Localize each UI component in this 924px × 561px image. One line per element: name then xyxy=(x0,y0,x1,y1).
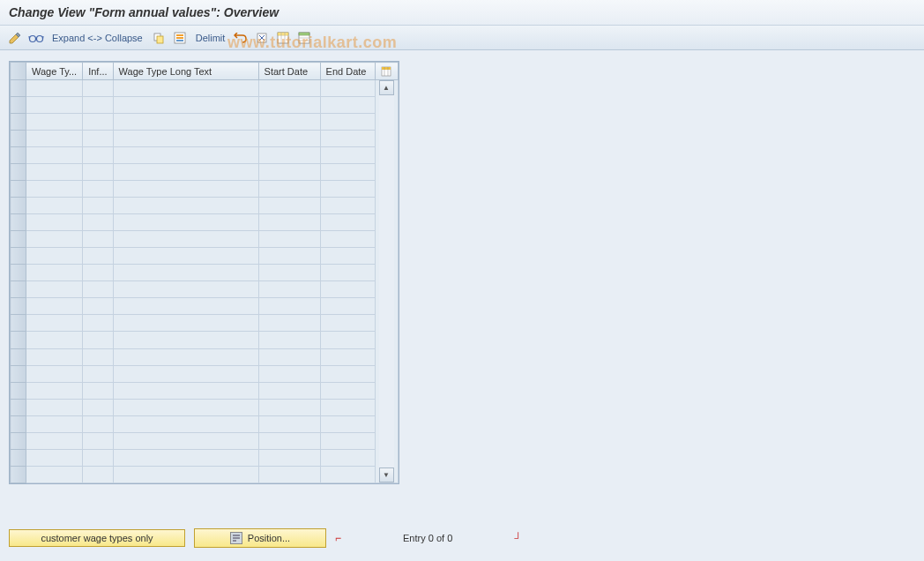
row-selector[interactable] xyxy=(11,198,26,214)
cell[interactable] xyxy=(258,315,320,332)
cell[interactable] xyxy=(320,198,375,214)
glasses-icon[interactable] xyxy=(28,30,44,46)
cell[interactable] xyxy=(26,248,83,265)
cell[interactable] xyxy=(113,248,258,265)
cell[interactable] xyxy=(83,466,113,482)
cell[interactable] xyxy=(320,365,375,382)
row-selector[interactable] xyxy=(11,315,26,332)
row-selector[interactable] xyxy=(11,80,26,97)
cell[interactable] xyxy=(113,432,258,449)
select-all-header[interactable] xyxy=(11,63,26,80)
copy-icon[interactable] xyxy=(151,30,167,46)
cell[interactable] xyxy=(83,181,113,198)
row-selector[interactable] xyxy=(11,181,26,198)
cell[interactable] xyxy=(258,265,320,281)
cell[interactable] xyxy=(26,164,83,181)
row-selector[interactable] xyxy=(11,298,26,315)
cell[interactable] xyxy=(26,114,83,131)
cell[interactable] xyxy=(83,131,113,147)
row-selector[interactable] xyxy=(11,281,26,298)
cell[interactable] xyxy=(320,214,375,231)
cell[interactable] xyxy=(113,80,258,97)
col-header-inf[interactable]: Inf... xyxy=(83,63,113,80)
row-selector[interactable] xyxy=(11,164,26,181)
cell[interactable] xyxy=(26,432,83,449)
cell[interactable] xyxy=(320,147,375,164)
cell[interactable] xyxy=(113,281,258,298)
cell[interactable] xyxy=(26,315,83,332)
vertical-scrollbar[interactable]: ▲ ▼ xyxy=(375,80,398,483)
cell[interactable] xyxy=(26,348,83,365)
cell[interactable] xyxy=(113,315,258,332)
cell[interactable] xyxy=(83,281,113,298)
cell[interactable] xyxy=(113,198,258,214)
cell[interactable] xyxy=(258,164,320,181)
cell[interactable] xyxy=(113,164,258,181)
cell[interactable] xyxy=(320,332,375,348)
cell[interactable] xyxy=(26,449,83,466)
cell[interactable] xyxy=(26,214,83,231)
cell[interactable] xyxy=(26,466,83,482)
cell[interactable] xyxy=(83,97,113,114)
row-selector[interactable] xyxy=(11,432,26,449)
expand-collapse-button[interactable]: Expand <-> Collapse xyxy=(49,33,145,43)
cell[interactable] xyxy=(258,198,320,214)
cell[interactable] xyxy=(258,332,320,348)
cell[interactable] xyxy=(258,399,320,415)
row-selector[interactable] xyxy=(11,348,26,365)
cell[interactable] xyxy=(320,281,375,298)
cell[interactable] xyxy=(83,399,113,415)
customer-wage-types-button[interactable]: customer wage types only xyxy=(9,529,185,547)
cell[interactable] xyxy=(258,348,320,365)
cell[interactable] xyxy=(26,332,83,348)
cell[interactable] xyxy=(320,348,375,365)
cell[interactable] xyxy=(83,315,113,332)
cell[interactable] xyxy=(320,298,375,315)
row-selector[interactable] xyxy=(11,131,26,147)
cell[interactable] xyxy=(83,231,113,248)
cell[interactable] xyxy=(258,231,320,248)
cell[interactable] xyxy=(83,365,113,382)
cell[interactable] xyxy=(258,131,320,147)
cell[interactable] xyxy=(113,332,258,348)
cell[interactable] xyxy=(113,348,258,365)
cell[interactable] xyxy=(26,298,83,315)
cell[interactable] xyxy=(26,265,83,281)
cell[interactable] xyxy=(113,298,258,315)
scroll-up-icon[interactable]: ▲ xyxy=(379,80,394,95)
variant-icon[interactable] xyxy=(296,30,312,46)
cell[interactable] xyxy=(258,80,320,97)
cell[interactable] xyxy=(83,248,113,265)
cell[interactable] xyxy=(320,131,375,147)
row-selector[interactable] xyxy=(11,214,26,231)
cell[interactable] xyxy=(258,214,320,231)
cell[interactable] xyxy=(26,382,83,399)
row-selector[interactable] xyxy=(11,382,26,399)
position-button[interactable]: Position... xyxy=(194,528,326,548)
cell[interactable] xyxy=(83,265,113,281)
cell[interactable] xyxy=(320,248,375,265)
cell[interactable] xyxy=(26,399,83,415)
cut-icon[interactable] xyxy=(254,30,270,46)
cell[interactable] xyxy=(320,399,375,415)
undo-icon[interactable] xyxy=(233,30,249,46)
row-selector[interactable] xyxy=(11,97,26,114)
cell[interactable] xyxy=(113,214,258,231)
cell[interactable] xyxy=(258,97,320,114)
cell[interactable] xyxy=(83,80,113,97)
cell[interactable] xyxy=(113,131,258,147)
cell[interactable] xyxy=(320,466,375,482)
cell[interactable] xyxy=(26,281,83,298)
cell[interactable] xyxy=(83,214,113,231)
row-selector[interactable] xyxy=(11,248,26,265)
cell[interactable] xyxy=(258,449,320,466)
cell[interactable] xyxy=(320,382,375,399)
cell[interactable] xyxy=(113,399,258,415)
cell[interactable] xyxy=(320,265,375,281)
col-header-end-date[interactable]: End Date xyxy=(320,63,375,80)
cell[interactable] xyxy=(320,80,375,97)
cell[interactable] xyxy=(113,97,258,114)
cell[interactable] xyxy=(113,449,258,466)
cell[interactable] xyxy=(113,147,258,164)
cell[interactable] xyxy=(26,147,83,164)
